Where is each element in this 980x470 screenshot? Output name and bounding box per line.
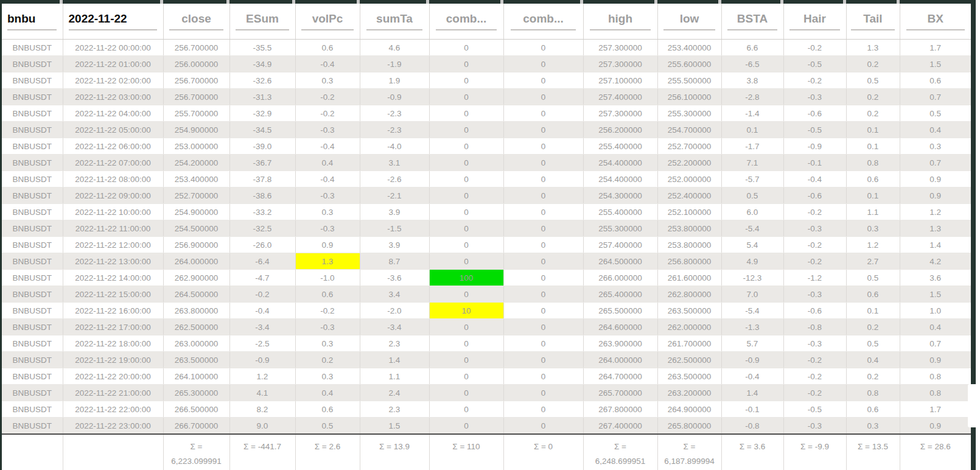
table-row[interactable]: BNBUSDT2022-11-22 04:00:00255.700000-32.… bbox=[2, 105, 971, 122]
table-row[interactable]: BNBUSDT2022-11-22 15:00:00264.500000-0.2… bbox=[2, 286, 971, 303]
table-row[interactable]: BNBUSDT2022-11-22 21:00:00265.3000004.10… bbox=[2, 385, 971, 401]
table-row[interactable]: BNBUSDT2022-11-22 05:00:00254.900000-34.… bbox=[2, 122, 971, 138]
column-header-bx[interactable]: BX bbox=[900, 4, 971, 40]
cell: -3.4 bbox=[360, 319, 429, 335]
cell: 252.700000 bbox=[657, 138, 721, 155]
column-header-label: high bbox=[584, 13, 657, 24]
top-bar-segment bbox=[503, 0, 580, 4]
cell: -6.4 bbox=[229, 253, 295, 270]
column-header-comb[interactable]: comb... bbox=[503, 4, 583, 40]
cell: -0.9 bbox=[721, 352, 783, 368]
cell: 1.4 bbox=[721, 385, 783, 401]
cell: 253.400000 bbox=[657, 40, 721, 56]
table-row[interactable]: BNBUSDT2022-11-22 00:00:00256.700000-35.… bbox=[2, 40, 971, 56]
cell: 0.1 bbox=[846, 188, 900, 204]
column-header-bnbu[interactable]: bnbu bbox=[2, 4, 63, 40]
cell: 3.8 bbox=[721, 72, 783, 89]
cell: 0.2 bbox=[846, 56, 900, 72]
column-header-volpc[interactable]: volPc bbox=[295, 4, 360, 40]
cell: 2022-11-22 13:00:00 bbox=[63, 253, 163, 270]
cell: -2.8 bbox=[721, 89, 783, 105]
table-row[interactable]: BNBUSDT2022-11-22 19:00:00263.500000-0.9… bbox=[2, 352, 971, 368]
table-row[interactable]: BNBUSDT2022-11-22 17:00:00262.500000-3.4… bbox=[2, 319, 971, 335]
cell: -0.5 bbox=[783, 122, 846, 138]
column-header-2022-11-22[interactable]: 2022-11-22 bbox=[63, 4, 163, 40]
cell: 2.4 bbox=[360, 385, 429, 401]
cell: -5.4 bbox=[721, 303, 783, 319]
table-row[interactable]: BNBUSDT2022-11-22 02:00:00256.700000-32.… bbox=[2, 72, 971, 89]
cell: 0 bbox=[429, 352, 503, 368]
cell: 256.700000 bbox=[163, 40, 229, 56]
cell: -0.6 bbox=[783, 303, 846, 319]
table-row[interactable]: BNBUSDT2022-11-22 08:00:00253.400000-37.… bbox=[2, 171, 971, 188]
table-row[interactable]: BNBUSDT2022-11-22 13:00:00264.000000-6.4… bbox=[2, 253, 971, 270]
table-row[interactable]: BNBUSDT2022-11-22 12:00:00256.900000-26.… bbox=[2, 237, 971, 253]
scrollbar-thumb[interactable] bbox=[968, 384, 980, 427]
cell: 0 bbox=[429, 89, 503, 105]
cell: 2022-11-22 08:00:00 bbox=[63, 171, 163, 188]
cell: 0.3 bbox=[295, 204, 360, 220]
table-row[interactable]: BNBUSDT2022-11-22 11:00:00254.500000-32.… bbox=[2, 220, 971, 237]
column-header-esum[interactable]: ESum bbox=[229, 4, 295, 40]
header-underline bbox=[906, 29, 965, 30]
column-header-high[interactable]: high bbox=[583, 4, 657, 40]
total-cell: Σ = 6,223.099991 bbox=[163, 434, 229, 470]
table-row[interactable]: BNBUSDT2022-11-22 16:00:00263.800000-0.4… bbox=[2, 303, 971, 319]
cell: -2.3 bbox=[360, 105, 429, 122]
cell: -1.9 bbox=[360, 56, 429, 72]
table-row[interactable]: BNBUSDT2022-11-22 20:00:00264.1000001.20… bbox=[2, 368, 971, 385]
cell: 0.1 bbox=[846, 303, 900, 319]
header-underline bbox=[169, 29, 223, 30]
cell: BNBUSDT bbox=[2, 237, 63, 253]
column-header-bsta[interactable]: BSTA bbox=[721, 4, 783, 40]
cell: 2022-11-22 01:00:00 bbox=[63, 56, 163, 72]
table-row[interactable]: BNBUSDT2022-11-22 10:00:00254.900000-33.… bbox=[2, 204, 971, 220]
cell: 1.5 bbox=[900, 286, 971, 303]
table-frame: bnbu2022-11-22closeESumvolPcsumTacomb...… bbox=[0, 0, 976, 470]
column-header-tail[interactable]: Tail bbox=[846, 4, 900, 40]
cell: 0.3 bbox=[846, 418, 900, 435]
top-bar-segment bbox=[900, 0, 971, 4]
cell: 0.8 bbox=[846, 385, 900, 401]
column-header-low[interactable]: low bbox=[657, 4, 721, 40]
cell: -0.6 bbox=[783, 188, 846, 204]
table-row[interactable]: BNBUSDT2022-11-22 01:00:00256.000000-34.… bbox=[2, 56, 971, 72]
cell: 0.7 bbox=[900, 335, 971, 352]
column-header-label: 2022-11-22 bbox=[63, 13, 163, 24]
column-header-comb[interactable]: comb... bbox=[429, 4, 503, 40]
header-underline bbox=[663, 29, 715, 30]
cell: 0 bbox=[503, 171, 583, 188]
table-row[interactable]: BNBUSDT2022-11-22 14:00:00262.900000-4.7… bbox=[2, 270, 971, 286]
table-screen: bnbu2022-11-22closeESumvolPcsumTacomb...… bbox=[0, 0, 980, 470]
column-header-hair[interactable]: Hair bbox=[783, 4, 846, 40]
table-row[interactable]: BNBUSDT2022-11-22 03:00:00256.700000-31.… bbox=[2, 89, 971, 105]
column-header-sumta[interactable]: sumTa bbox=[360, 4, 429, 40]
top-bar-segment bbox=[360, 0, 426, 4]
cell: 0 bbox=[429, 155, 503, 171]
table-row[interactable]: BNBUSDT2022-11-22 09:00:00252.700000-38.… bbox=[2, 188, 971, 204]
column-header-label: volPc bbox=[296, 13, 360, 24]
cell: -0.3 bbox=[783, 286, 846, 303]
cell: 263.000000 bbox=[163, 335, 229, 352]
cell: BNBUSDT bbox=[2, 335, 63, 352]
cell: 1.3 bbox=[900, 220, 971, 237]
table-row[interactable]: BNBUSDT2022-11-22 18:00:00263.000000-2.5… bbox=[2, 335, 971, 352]
cell: 2022-11-22 17:00:00 bbox=[63, 319, 163, 335]
highlight-cell: 1.3 bbox=[295, 253, 360, 270]
cell: 257.300000 bbox=[583, 40, 657, 56]
cell: 0.6 bbox=[295, 286, 360, 303]
cell: 0 bbox=[429, 72, 503, 89]
cell: -32.5 bbox=[229, 220, 295, 237]
column-header-label: BX bbox=[900, 13, 971, 24]
cell: 0 bbox=[429, 204, 503, 220]
cell: -5.4 bbox=[721, 220, 783, 237]
table-row[interactable]: BNBUSDT2022-11-22 23:00:00266.7000009.00… bbox=[2, 418, 971, 435]
cell: -0.2 bbox=[229, 286, 295, 303]
cell: -0.3 bbox=[783, 418, 846, 435]
cell: -38.6 bbox=[229, 188, 295, 204]
table-row[interactable]: BNBUSDT2022-11-22 06:00:00253.000000-39.… bbox=[2, 138, 971, 155]
table-row[interactable]: BNBUSDT2022-11-22 22:00:00266.5000008.20… bbox=[2, 401, 971, 418]
table-row[interactable]: BNBUSDT2022-11-22 07:00:00254.200000-36.… bbox=[2, 155, 971, 171]
column-header-close[interactable]: close bbox=[163, 4, 229, 40]
cell: 2022-11-22 16:00:00 bbox=[63, 303, 163, 319]
